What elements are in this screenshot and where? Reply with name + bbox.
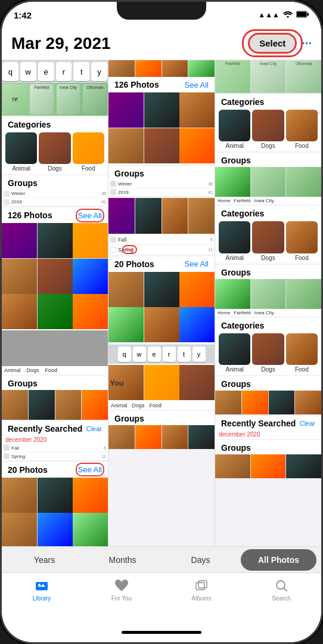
photo-cell[interactable] bbox=[38, 294, 73, 329]
key-y3[interactable]: y bbox=[192, 346, 206, 362]
map-thumb-r2-3[interactable] bbox=[286, 279, 321, 309]
photo-cell[interactable] bbox=[144, 307, 179, 342]
cat-animal-right[interactable]: Animal bbox=[219, 110, 250, 149]
see-all-20-left[interactable]: See All bbox=[78, 465, 102, 474]
photo-cell[interactable] bbox=[144, 128, 179, 163]
group-spring-mid[interactable]: Spring11 Fall bbox=[108, 245, 215, 255]
group-winter-mid[interactable]: Winter36 bbox=[108, 180, 215, 188]
photo-wide-left[interactable] bbox=[2, 330, 108, 366]
recently-searched-item-right[interactable]: december 2020 bbox=[215, 430, 321, 439]
photo-cell[interactable] bbox=[2, 513, 37, 546]
group-r3-2[interactable] bbox=[242, 391, 268, 414]
photo-cell[interactable] bbox=[144, 272, 179, 307]
photos-browser[interactable]: q w e r t y 🗺 bbox=[2, 60, 321, 546]
photo-mid[interactable] bbox=[162, 60, 188, 77]
all-photos-button[interactable]: All Photos bbox=[241, 549, 316, 571]
key-w[interactable]: w bbox=[20, 62, 36, 81]
photo-cell[interactable] bbox=[108, 92, 144, 128]
tab-library[interactable]: Library bbox=[2, 578, 82, 602]
photo-cell[interactable] bbox=[108, 272, 144, 307]
cat-dogs3[interactable]: Dogs bbox=[252, 333, 284, 373]
see-all-126-mid[interactable]: See All bbox=[185, 80, 209, 89]
recently-searched-item[interactable]: december 2020 bbox=[2, 435, 108, 444]
group-r3-1[interactable] bbox=[215, 391, 241, 414]
cat-animal3[interactable]: Animal bbox=[219, 333, 250, 373]
photo-mid[interactable] bbox=[188, 60, 215, 77]
cat-dogs2[interactable]: Dogs bbox=[252, 221, 284, 261]
map-thumb-r2[interactable] bbox=[215, 279, 250, 309]
map-thumb2[interactable] bbox=[251, 167, 286, 197]
see-all-20-mid[interactable]: See All bbox=[185, 259, 209, 268]
select-button[interactable]: Select bbox=[248, 33, 297, 54]
cat-food3[interactable]: Food bbox=[286, 333, 318, 373]
photo-cell[interactable] bbox=[73, 294, 108, 329]
photo-cell[interactable] bbox=[2, 478, 37, 513]
key-r[interactable]: r bbox=[56, 62, 72, 81]
photo-cell[interactable] bbox=[188, 198, 215, 234]
photo-cell[interactable] bbox=[144, 92, 179, 128]
key-q[interactable]: q bbox=[2, 62, 18, 81]
photo-cell[interactable] bbox=[2, 223, 37, 258]
group-rb-1[interactable] bbox=[215, 454, 250, 478]
key-e[interactable]: e bbox=[38, 62, 54, 81]
photo-cell[interactable] bbox=[179, 307, 215, 342]
photo-mid[interactable] bbox=[135, 60, 162, 77]
group-r3-3[interactable] bbox=[269, 391, 295, 414]
group-winter-left[interactable]: Winter36 bbox=[2, 190, 108, 198]
photo-cell[interactable] bbox=[73, 259, 108, 294]
group-photo[interactable] bbox=[162, 425, 188, 449]
days-button[interactable]: Days bbox=[163, 549, 238, 571]
photo-cell[interactable] bbox=[108, 128, 144, 163]
group-photo-4[interactable] bbox=[82, 390, 108, 420]
cat-dogs-right[interactable]: Dogs bbox=[252, 110, 284, 149]
photo-cell[interactable] bbox=[38, 478, 73, 513]
photo-cell[interactable] bbox=[2, 259, 37, 294]
tab-search[interactable]: Search bbox=[241, 578, 321, 602]
photo-cell[interactable] bbox=[179, 128, 215, 163]
group-2019-left[interactable]: 201941 bbox=[2, 198, 108, 206]
photo-cell[interactable] bbox=[73, 478, 108, 513]
photo-cell[interactable] bbox=[179, 272, 215, 307]
group-r3-4[interactable] bbox=[295, 391, 321, 414]
key-q3[interactable]: q bbox=[118, 346, 131, 362]
cat-animal2[interactable]: Animal bbox=[219, 221, 250, 261]
group-2019-mid[interactable]: 201941 bbox=[108, 188, 215, 197]
group-fall-mid[interactable]: Fall6 bbox=[108, 235, 215, 245]
group-photo-3[interactable] bbox=[55, 390, 82, 420]
photo-mid[interactable] bbox=[108, 60, 135, 77]
photo-cell[interactable] bbox=[38, 513, 73, 546]
key-y[interactable]: y bbox=[91, 62, 107, 81]
map-thumb-r2-2[interactable] bbox=[251, 279, 286, 309]
key-t3[interactable]: t bbox=[178, 346, 191, 362]
photo-cell[interactable] bbox=[108, 198, 135, 234]
group-fall-left[interactable]: Fall6 bbox=[2, 444, 108, 453]
photo-cell[interactable] bbox=[179, 365, 215, 400]
group-photo[interactable] bbox=[188, 425, 215, 449]
clear-button-right[interactable]: Clear bbox=[300, 420, 315, 427]
tab-albums[interactable]: Albums bbox=[162, 578, 241, 602]
group-photo[interactable] bbox=[108, 425, 135, 449]
photo-cell[interactable] bbox=[108, 307, 144, 342]
cat-food2[interactable]: Food bbox=[286, 221, 318, 261]
more-button[interactable]: ··· bbox=[302, 36, 312, 50]
photo-cell[interactable] bbox=[2, 294, 37, 329]
group-spring-left[interactable]: Spring11 bbox=[2, 453, 108, 461]
map-thumb3[interactable] bbox=[286, 167, 321, 197]
months-button[interactable]: Months bbox=[85, 549, 160, 571]
category-food[interactable]: Food bbox=[73, 132, 104, 172]
group-rb-2[interactable] bbox=[251, 454, 286, 478]
map-thumb[interactable] bbox=[215, 167, 250, 197]
photo-cell[interactable] bbox=[179, 92, 215, 128]
group-photo[interactable] bbox=[135, 425, 162, 449]
photo-cell[interactable] bbox=[73, 513, 108, 546]
cat-food-right[interactable]: Food ← bbox=[286, 110, 318, 149]
photo-cell[interactable] bbox=[38, 259, 73, 294]
key-e3[interactable]: e bbox=[148, 346, 161, 362]
category-animal[interactable]: Animal bbox=[5, 132, 37, 172]
clear-button[interactable]: Clear bbox=[86, 425, 102, 432]
photo-cell[interactable] bbox=[38, 223, 73, 258]
photo-cell[interactable] bbox=[162, 198, 188, 234]
category-dogs[interactable]: Dogs bbox=[39, 132, 70, 172]
group-rb-3[interactable] bbox=[286, 454, 321, 478]
see-all-126-left[interactable]: See All bbox=[78, 211, 102, 220]
